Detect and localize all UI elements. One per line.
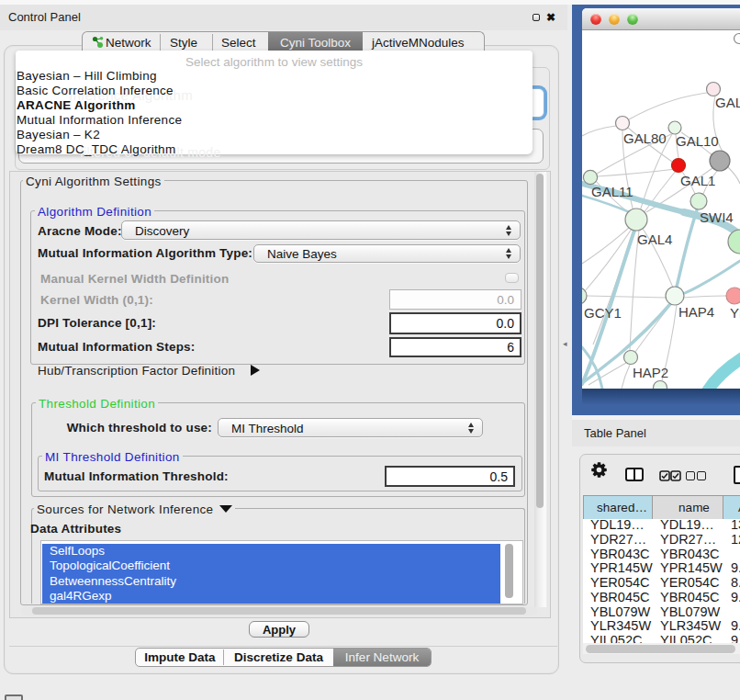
svg-text:GAL11: GAL11 xyxy=(591,184,633,199)
svg-text:GAL7: GAL7 xyxy=(715,95,740,110)
svg-text:HAP2: HAP2 xyxy=(633,365,668,380)
svg-text:SWI4: SWI4 xyxy=(700,209,734,225)
svg-text:GAL1: GAL1 xyxy=(680,173,715,188)
svg-text:GAL80: GAL80 xyxy=(623,130,667,146)
svg-text:GAL10: GAL10 xyxy=(676,133,719,149)
svg-text:HAP4: HAP4 xyxy=(678,304,714,320)
svg-text:GCY1: GCY1 xyxy=(584,305,622,321)
svg-text:GAL4: GAL4 xyxy=(637,231,672,247)
svg-text:YE: YE xyxy=(730,305,740,321)
